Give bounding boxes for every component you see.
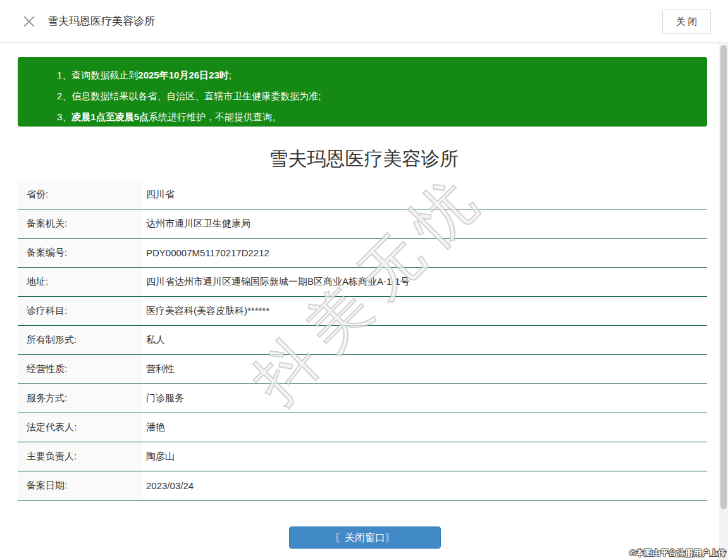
- field-value: 四川省达州市通川区通锦国际新城一期B区商业A栋商业A-1-1号: [142, 268, 707, 296]
- notice-banner: 1、查询数据截止到2025年10月26日23时;2、信息数据结果以各省、自治区、…: [18, 57, 707, 127]
- field-label: 诊疗科目:: [18, 297, 142, 325]
- table-row: 主要负责人:陶彦山: [18, 442, 707, 471]
- field-value: 营利性: [142, 355, 707, 383]
- notice-line: 3、凌晨1点至凌晨5点系统进行维护，不能提供查询。: [57, 106, 694, 127]
- scrollbar-track[interactable]: [719, 43, 728, 560]
- table-row: 经营性质:营利性: [18, 355, 707, 384]
- field-label: 备案日期:: [18, 471, 142, 500]
- field-label: 服务方式:: [18, 384, 142, 413]
- notice-line-number: 2、: [57, 90, 71, 101]
- field-value: 四川省: [142, 180, 707, 209]
- notice-line-number: 1、: [57, 70, 71, 80]
- field-value: 医疗美容科(美容皮肤科)******: [142, 297, 707, 325]
- window-title: 雪夫玛恩医疗美容诊所: [47, 0, 155, 43]
- notice-text-segment: 凌晨1点至凌晨5点: [71, 111, 149, 122]
- field-label: 备案机关:: [18, 209, 142, 238]
- copyright-note: ©本图由平台注册用户上传: [629, 547, 726, 559]
- scrollbar-thumb[interactable]: [720, 45, 727, 509]
- table-row: 备案机关:达州市通川区卫生健康局: [18, 209, 707, 239]
- field-label: 主要负责人:: [18, 442, 142, 471]
- field-label: 备案编号:: [18, 239, 142, 267]
- notice-text-segment: 信息数据结果以各省、自治区、直辖市卫生健康委数据为准;: [71, 90, 321, 101]
- table-row: 诊疗科目:医疗美容科(美容皮肤科)******: [18, 297, 707, 326]
- table-row: 备案日期:2023/03/24: [18, 471, 707, 501]
- notice-text-segment: 查询数据截止到: [71, 70, 138, 80]
- notice-line: 1、查询数据截止到2025年10月26日23时;: [57, 65, 694, 85]
- table-row: 法定代表人:潘艳: [18, 413, 707, 442]
- table-row: 地址:四川省达州市通川区通锦国际新城一期B区商业A栋商业A-1-1号: [18, 268, 707, 297]
- notice-text-segment: 系统进行维护，不能提供查询。: [149, 111, 281, 122]
- field-value: 2023/03/24: [142, 471, 707, 500]
- info-table: 省份:四川省备案机关:达州市通川区卫生健康局备案编号:PDY00007M5117…: [18, 180, 707, 501]
- field-value: PDY00007M51170217D2212: [142, 239, 707, 267]
- field-label: 地址:: [18, 268, 142, 296]
- field-value: 潘艳: [142, 413, 707, 442]
- field-value: 私人: [142, 326, 707, 354]
- field-value: 陶彦山: [142, 442, 707, 471]
- table-row: 服务方式:门诊服务: [18, 384, 707, 413]
- notice-text-segment: ;: [229, 70, 231, 80]
- field-label: 经营性质:: [18, 355, 142, 383]
- field-value: 达州市通川区卫生健康局: [142, 209, 707, 238]
- table-row: 省份:四川省: [18, 180, 707, 209]
- close-button[interactable]: 关 闭: [662, 9, 711, 34]
- close-window-button[interactable]: 〖关闭窗口〗: [289, 526, 441, 549]
- header-bar: 雪夫玛恩医疗美容诊所 关 闭: [0, 0, 728, 43]
- page: 雪夫玛恩医疗美容诊所 关 闭 1、查询数据截止到2025年10月26日23时;2…: [0, 0, 728, 560]
- field-label: 法定代表人:: [18, 413, 142, 442]
- table-row: 所有制形式:私人: [18, 326, 707, 355]
- table-row: 备案编号:PDY00007M51170217D2212: [18, 239, 707, 268]
- close-x-icon[interactable]: [23, 15, 35, 28]
- notice-text-segment: 2025年10月26日23时: [138, 70, 228, 80]
- notice-line: 2、信息数据结果以各省、自治区、直辖市卫生健康委数据为准;: [57, 85, 694, 106]
- page-title: 雪夫玛恩医疗美容诊所: [0, 146, 728, 172]
- field-label: 所有制形式:: [18, 326, 142, 354]
- field-value: 门诊服务: [142, 384, 707, 413]
- notice-line-number: 3、: [57, 111, 71, 122]
- field-label: 省份:: [18, 180, 142, 209]
